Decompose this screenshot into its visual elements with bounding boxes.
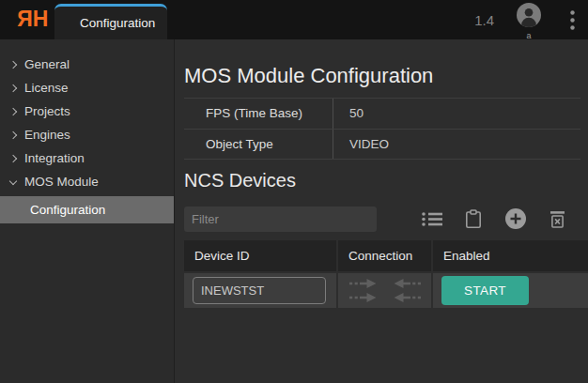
device-table-row: START xyxy=(184,271,588,308)
column-header-connection: Connection xyxy=(338,240,431,271)
arrow-right-icon xyxy=(349,293,378,302)
sidebar-item-label: Engines xyxy=(24,128,70,142)
field-value-fps[interactable]: 50 xyxy=(333,99,580,129)
chevron-right-icon xyxy=(9,156,24,161)
sidebar-item-label: General xyxy=(24,57,70,71)
page-title: MOS Module Configuration xyxy=(184,63,588,89)
field-label-fps: FPS (Time Base) xyxy=(184,99,333,129)
topbar: RH Configuration 1.4 a xyxy=(0,0,588,39)
sidebar-item-label: MOS Module xyxy=(24,175,99,189)
field-value-object-type[interactable]: VIDEO xyxy=(333,130,580,159)
logo-letter-h: H xyxy=(33,7,50,31)
app-window: RH Configuration 1.4 a xyxy=(0,0,588,383)
sidebar-item-projects[interactable]: Projects xyxy=(0,100,174,123)
enabled-cell: START xyxy=(433,273,588,308)
sidebar-item-general[interactable]: General xyxy=(0,53,174,76)
devices-toolbar xyxy=(399,207,580,230)
sidebar-subitem-label: Configuration xyxy=(30,203,105,217)
clipboard-icon[interactable] xyxy=(465,209,482,229)
kebab-menu-icon[interactable] xyxy=(565,8,579,32)
connection-cell xyxy=(338,273,431,308)
config-field-row: FPS (Time Base) 50 xyxy=(184,99,580,129)
arrow-left-icon xyxy=(393,293,421,302)
tab-label: Configuration xyxy=(80,16,155,30)
app-logo: RH xyxy=(16,8,49,30)
field-label-object-type: Object Type xyxy=(184,130,333,159)
device-id-cell xyxy=(184,273,336,308)
topbar-actions: 1.4 a xyxy=(474,0,579,39)
ncs-devices-table: Device ID Connection Enabled xyxy=(184,240,588,308)
start-button[interactable]: START xyxy=(441,276,529,305)
arrow-left-icon xyxy=(393,279,421,288)
main-content: MOS Module Configuration FPS (Time Base)… xyxy=(175,39,588,383)
sidebar-nav: General License Projects Engines Integra… xyxy=(0,39,175,383)
chevron-right-icon xyxy=(9,85,24,91)
connection-status-indicators xyxy=(349,279,421,302)
column-header-enabled: Enabled xyxy=(433,240,588,271)
config-field-row: Object Type VIDEO xyxy=(184,129,580,159)
sidebar-item-engines[interactable]: Engines xyxy=(0,123,174,146)
column-header-device-id: Device ID xyxy=(184,240,336,271)
version-label: 1.4 xyxy=(474,12,494,28)
chevron-right-icon xyxy=(9,132,24,138)
tab-configuration[interactable]: Configuration xyxy=(54,4,167,39)
devices-table-header: Device ID Connection Enabled xyxy=(184,240,588,271)
logo-letter-r: R xyxy=(16,8,33,30)
delete-icon[interactable] xyxy=(549,210,565,228)
app-body: General License Projects Engines Integra… xyxy=(0,39,588,383)
sidebar-item-label: Projects xyxy=(24,104,70,118)
sidebar-item-configuration[interactable]: Configuration xyxy=(0,196,174,223)
sidebar-item-license[interactable]: License xyxy=(0,76,174,100)
chevron-right-icon xyxy=(9,62,24,68)
chevron-down-icon xyxy=(9,180,24,184)
user-avatar-icon xyxy=(517,3,541,31)
user-avatar[interactable]: a xyxy=(517,3,541,40)
add-icon[interactable] xyxy=(504,207,527,230)
devices-toolbar-row xyxy=(184,207,580,232)
sidebar-item-label: License xyxy=(24,81,69,95)
sidebar-item-mos-module[interactable]: MOS Module xyxy=(0,170,174,193)
filter-input[interactable] xyxy=(184,207,377,232)
sidebar-item-integration[interactable]: Integration xyxy=(0,146,174,170)
device-id-input[interactable] xyxy=(193,277,326,304)
chevron-right-icon xyxy=(9,109,24,115)
section-title-ncs-devices: NCS Devices xyxy=(184,168,588,192)
sidebar-item-label: Integration xyxy=(24,151,85,165)
list-icon[interactable] xyxy=(422,211,442,227)
arrow-right-icon xyxy=(349,279,378,288)
mos-config-table: FPS (Time Base) 50 Object Type VIDEO xyxy=(184,98,580,160)
